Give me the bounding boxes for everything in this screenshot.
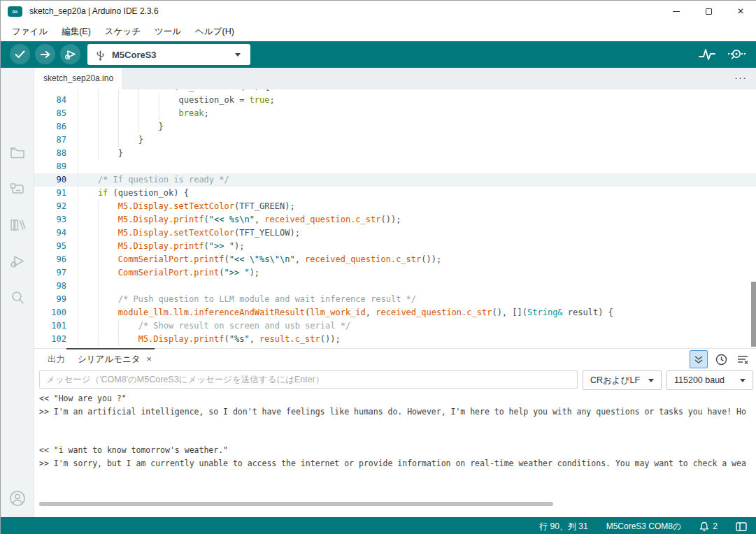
debug-sidebar-button[interactable] — [8, 252, 27, 273]
indent-guide — [118, 333, 138, 346]
indent-guide — [98, 94, 118, 107]
boards-manager-button[interactable] — [8, 180, 27, 201]
indent-guide — [78, 306, 98, 319]
folder-icon — [8, 143, 27, 161]
indent-guide — [78, 200, 98, 213]
notification-count: 2 — [713, 521, 718, 531]
code-line[interactable]: 86} — [34, 120, 756, 134]
indent-guide — [98, 120, 118, 134]
code-line[interactable]: 84question_ok = true; — [34, 94, 756, 107]
code-line[interactable]: 100module_llm.llm.inferenceAndWaitResult… — [34, 306, 756, 319]
code-text: /* Push question to LLM module and wait … — [78, 293, 416, 306]
search-icon — [8, 289, 27, 307]
books-icon — [8, 216, 27, 234]
verify-button[interactable] — [10, 44, 30, 64]
code-line[interactable]: 95M5.Display.printf(">> "); — [34, 240, 756, 253]
menu-tools[interactable]: ツール — [148, 23, 188, 41]
menu-sketch[interactable]: スケッチ — [98, 23, 148, 41]
toolbar: M5CoreS3 — [1, 41, 756, 68]
line-ending-select[interactable]: CRおよびLF — [583, 370, 662, 390]
indent-guide — [78, 266, 98, 280]
serial-plotter-button[interactable] — [698, 46, 716, 66]
line-number: 99 — [34, 293, 66, 306]
board-icon — [8, 180, 27, 198]
account-button[interactable] — [8, 489, 27, 510]
serial-monitor-tab-label: シリアルモニタ — [78, 349, 141, 370]
serial-monitor-button[interactable] — [726, 46, 747, 66]
serial-horizontal-scrollbar[interactable] — [39, 502, 553, 506]
tab-serial-monitor[interactable]: シリアルモニタ × — [71, 349, 158, 370]
code-line[interactable]: 99/* Push question to LLM module and wai… — [34, 293, 756, 306]
code-line[interactable]: 97CommSerialPort.print(">> "); — [34, 266, 756, 280]
code-editor[interactable]: 83if (in_char == '\n') {84question_ok = … — [34, 89, 756, 348]
indent-guide — [78, 293, 98, 306]
code-text: /* If question is ready */ — [78, 173, 229, 187]
sketchbook-button[interactable] — [8, 143, 27, 164]
close-button[interactable]: ✕ — [725, 1, 756, 22]
chevron-down-icon — [648, 379, 654, 382]
serial-message-input[interactable] — [39, 370, 578, 389]
indent-guide — [98, 293, 118, 306]
code-line[interactable]: 90/* If question is ready */ — [34, 173, 756, 187]
code-text: break; — [78, 107, 209, 120]
code-text: /* Show result on screen and usb serial … — [78, 319, 350, 333]
chevron-down-icon — [235, 53, 241, 57]
code-text: if (question_ok) { — [78, 187, 189, 200]
line-number: 87 — [34, 134, 66, 147]
editor-vertical-scrollbar[interactable] — [751, 282, 756, 347]
upload-button[interactable] — [35, 44, 55, 64]
code-line[interactable]: 87} — [34, 134, 756, 147]
code-line[interactable]: 85break; — [34, 107, 756, 120]
line-number: 84 — [34, 94, 66, 107]
board-name: M5CoreS3 — [112, 50, 157, 60]
baud-rate-select[interactable]: 115200 baud — [666, 370, 753, 390]
board-port-status[interactable]: M5CoreS3 COM8の — [606, 521, 682, 533]
serial-line: << "How are you ?" — [39, 392, 753, 405]
window-title: sketch_sep20a | Arduino IDE 2.3.6 — [29, 6, 159, 16]
toggle-panel-button[interactable] — [736, 522, 747, 531]
indent-guide — [78, 107, 98, 120]
indent-guide — [98, 147, 118, 160]
code-line[interactable]: 96CommSerialPort.printf("<< \"%s\"\n", r… — [34, 253, 756, 266]
library-manager-button[interactable] — [8, 216, 27, 237]
code-line[interactable]: 102M5.Display.printf("%s", result.c_str(… — [34, 333, 756, 346]
double-chevron-down-icon — [694, 355, 704, 364]
code-text: module_llm.llm.inferenceAndWaitResult(ll… — [78, 306, 613, 319]
minimize-icon — [673, 11, 680, 12]
menu-file[interactable]: ファイル — [5, 23, 55, 41]
menu-help[interactable]: ヘルプ(H) — [188, 23, 241, 41]
code-line[interactable]: 93M5.Display.printf("<< %s\n", received_… — [34, 213, 756, 226]
indent-guide — [98, 253, 118, 266]
search-button[interactable] — [8, 289, 27, 310]
serial-output[interactable]: << "How are you ?">> I'm an artificial i… — [39, 392, 753, 497]
tab-output[interactable]: 出力 — [41, 349, 71, 370]
indent-guide — [118, 94, 138, 107]
code-line[interactable]: 89 — [34, 160, 756, 173]
code-line[interactable]: 88} — [34, 147, 756, 160]
indent-guide — [78, 160, 98, 173]
maximize-button[interactable] — [692, 1, 725, 22]
code-line[interactable]: 91if (question_ok) { — [34, 187, 756, 200]
board-selector[interactable]: M5CoreS3 — [87, 44, 250, 65]
clear-output-button[interactable] — [734, 350, 751, 368]
close-tab-icon[interactable]: × — [147, 349, 152, 370]
code-text: M5.Display.printf("<< %s\n", received_qu… — [78, 213, 401, 226]
autoscroll-toggle-button[interactable] — [690, 350, 708, 368]
clock-icon — [715, 354, 727, 366]
minimize-button[interactable] — [660, 1, 692, 22]
code-line[interactable]: 98 — [34, 280, 756, 293]
timestamp-toggle-button[interactable] — [713, 350, 729, 368]
menu-edit[interactable]: 編集(E) — [55, 23, 98, 41]
indent-guide — [159, 107, 179, 120]
line-number: 98 — [34, 280, 66, 293]
notifications-button[interactable]: 2 — [699, 521, 718, 532]
cursor-position[interactable]: 行 90、列 31 — [539, 521, 587, 533]
baud-rate-value: 115200 baud — [674, 375, 725, 385]
serial-line: >> I'm sorry, but I am currently unable … — [39, 457, 753, 470]
code-line[interactable]: 94M5.Display.setTextColor(TFT_YELLOW); — [34, 226, 756, 240]
code-line[interactable]: 92M5.Display.setTextColor(TFT_GREEN); — [34, 200, 756, 213]
code-line[interactable]: 101/* Show result on screen and usb seri… — [34, 319, 756, 333]
debug-button[interactable] — [60, 44, 80, 64]
more-actions-icon[interactable]: ··· — [734, 68, 747, 89]
tab-sketch-ino[interactable]: sketch_sep20a.ino — [34, 68, 122, 89]
